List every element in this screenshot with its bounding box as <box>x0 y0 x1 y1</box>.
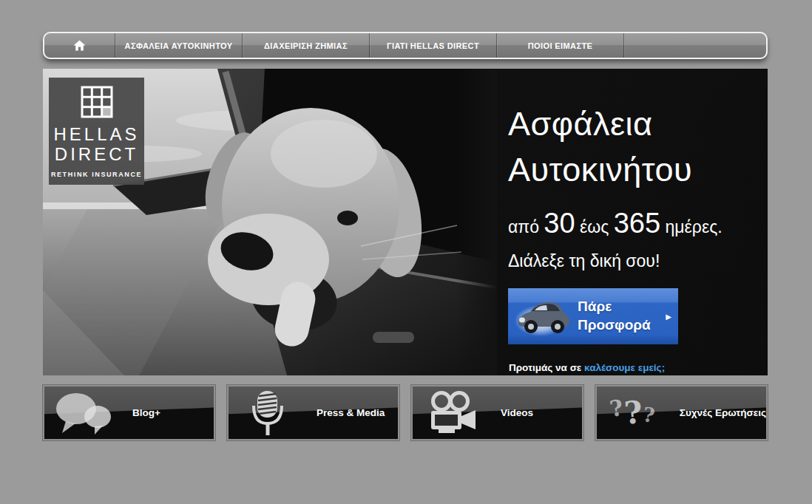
hero-subtitle-days: από 30 έως 365 ημέρες. <box>508 208 768 239</box>
card-label: Συχνές Ερωτήσεις <box>680 407 766 418</box>
home-icon <box>73 40 86 51</box>
video-camera-icon <box>413 391 490 435</box>
nav-item-label: ΓΙΑΤΙ HELLAS DIRECT <box>387 41 479 50</box>
callback-line: Προτιμάς να σε καλέσουμε εμείς; <box>509 362 665 373</box>
card-label: Press & Media <box>317 407 385 418</box>
callback-link[interactable]: καλέσουμε εμείς; <box>584 362 665 373</box>
logo-word-direct: DIRECT <box>55 145 138 163</box>
logo-word-hellas: HELLAS <box>53 125 139 143</box>
speech-bubbles-icon <box>44 391 122 435</box>
main-navbar: ΑΣΦΑΛΕΙΑ ΑΥΤΟΚΙΝΗΤΟΥ ΔΙΑΧΕΙΡΙΣΗ ΖΗΜΙΑΣ Γ… <box>43 32 768 59</box>
car-icon <box>508 288 578 344</box>
arrow-right-icon: ▶ <box>666 313 671 321</box>
get-quote-button[interactable]: ΠάρεΠροσφορά ▶ <box>508 288 678 344</box>
nav-home-button[interactable] <box>44 33 115 58</box>
card-label: Videos <box>501 407 533 418</box>
nav-item-claims[interactable]: ΔΙΑΧΕΙΡΙΣΗ ΖΗΜΙΑΣ <box>243 33 370 58</box>
nav-item-car-insurance[interactable]: ΑΣΦΑΛΕΙΑ ΑΥΤΟΚΙΝΗΤΟΥ <box>115 33 243 58</box>
nav-item-why-hellas-direct[interactable]: ΓΙΑΤΙ HELLAS DIRECT <box>370 33 497 58</box>
card-videos[interactable]: Videos <box>411 385 583 440</box>
logo-grid-icon <box>81 86 113 118</box>
card-press-media[interactable]: Press & Media <box>227 385 399 440</box>
get-quote-label: ΠάρεΠροσφορά <box>578 298 651 334</box>
footer-tiles: Blog+ Press & Media <box>43 385 768 440</box>
nav-item-label: ΑΣΦΑΛΕΙΑ ΑΥΤΟΚΙΝΗΤΟΥ <box>125 41 233 50</box>
question-marks-icon: ? ? ? <box>597 398 669 429</box>
hero-banner: HELLAS DIRECT RETHINK INSURANCE Ασφάλεια… <box>43 69 768 375</box>
nav-item-label: ΠΟΙΟΙ ΕΙΜΑΣΤΕ <box>528 41 593 50</box>
card-blog[interactable]: Blog+ <box>43 385 215 440</box>
card-faq[interactable]: ? ? ? Συχνές Ερωτήσεις <box>595 385 768 440</box>
logo-tagline: RETHINK INSURANCE <box>51 171 142 178</box>
nav-item-who-we-are[interactable]: ΠΟΙΟΙ ΕΙΜΑΣΤΕ <box>497 33 624 58</box>
microphone-icon <box>229 389 306 437</box>
door-handle <box>373 332 414 343</box>
page-title: ΑσφάλειαΑυτοκινήτου <box>508 69 768 193</box>
logo[interactable]: HELLAS DIRECT RETHINK INSURANCE <box>49 78 144 185</box>
hero-content: ΑσφάλειαΑυτοκινήτου από 30 έως 365 ημέρε… <box>508 69 768 375</box>
hero-subtitle-choose: Διάλεξε τη δική σου! <box>508 251 768 271</box>
nav-item-label: ΔΙΑΧΕΙΡΙΣΗ ΖΗΜΙΑΣ <box>264 41 348 50</box>
card-label: Blog+ <box>132 407 160 418</box>
